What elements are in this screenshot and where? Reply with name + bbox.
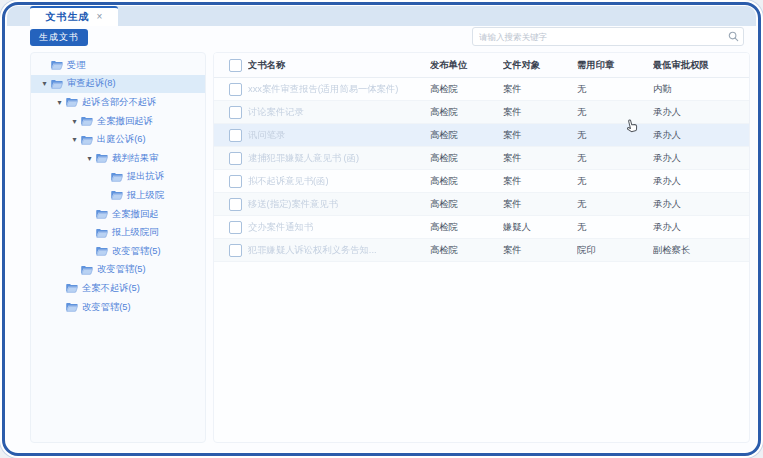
folder-icon <box>50 60 63 70</box>
cell-authority: 内勤 <box>653 83 749 96</box>
caret-down-icon[interactable]: ▾ <box>69 135 80 144</box>
cell-unit: 高检院 <box>430 129 503 142</box>
tree-item-label: 报上级院同 <box>112 226 158 239</box>
tab-bar: 文书生成 × <box>7 6 756 26</box>
tree-item[interactable]: ▾ 审查起诉(8) <box>31 75 205 94</box>
cell-authority: 承办人 <box>653 198 749 211</box>
app-window: 文书生成 × 生成文书 ▾ 受理 ▾ 审查起诉(8) ▾ <box>0 0 763 458</box>
row-checkbox[interactable] <box>229 106 242 119</box>
cell-seal: 无 <box>577 175 653 188</box>
col-header-seal: 需用印章 <box>577 59 653 72</box>
cell-seal: 院印 <box>577 244 653 257</box>
cell-document-name: 移送(指定)案件意见书 <box>248 198 430 211</box>
table-row[interactable]: 讯问笔录 高检院 案件 无 承办人 <box>214 124 749 147</box>
cell-seal: 无 <box>577 198 653 211</box>
cell-object: 案件 <box>503 83 577 96</box>
folder-icon <box>95 228 108 238</box>
cell-authority: 副检察长 <box>653 244 749 257</box>
tree-item[interactable]: ▾ 全案撤回起 <box>31 205 205 224</box>
tree-item[interactable]: ▾ 改变管辖(5) <box>31 242 205 261</box>
tree-item-label: 报上级院 <box>127 189 164 202</box>
row-checkbox[interactable] <box>229 175 242 188</box>
table-row[interactable]: 逮捕犯罪嫌疑人意见书 (函) 高检院 案件 无 承办人 <box>214 147 749 170</box>
folder-icon <box>110 172 123 182</box>
cell-unit: 高检院 <box>430 106 503 119</box>
col-header-name: 文书名称 <box>248 59 430 72</box>
tree-item[interactable]: ▾ 裁判结果审 <box>31 149 205 168</box>
select-all-checkbox[interactable] <box>229 59 242 72</box>
tree-item[interactable]: ▾ 全案撤回起诉 <box>31 112 205 131</box>
table-row[interactable]: 移送(指定)案件意见书 高检院 案件 无 承办人 <box>214 193 749 216</box>
table-header: 文书名称 发布单位 文件对象 需用印章 最低审批权限 <box>214 53 749 78</box>
folder-icon <box>65 283 78 293</box>
cell-object: 案件 <box>503 129 577 142</box>
cell-object: 案件 <box>503 198 577 211</box>
row-checkbox[interactable] <box>229 152 242 165</box>
folder-icon <box>110 190 123 200</box>
close-icon[interactable]: × <box>97 12 103 22</box>
generate-document-button[interactable]: 生成文书 <box>30 29 88 46</box>
table-row[interactable]: xxx案件审查报告(适用简易一体案件) 高检院 案件 无 内勤 <box>214 78 749 101</box>
table-row[interactable]: 交办案件通知书 高检院 嫌疑人 无 承办人 <box>214 216 749 239</box>
tree-item-label: 起诉含部分不起诉 <box>82 96 156 109</box>
cell-object: 案件 <box>503 244 577 257</box>
tree-item[interactable]: ▾ 报上级院 <box>31 186 205 205</box>
tree-item[interactable]: ▾ 提出抗诉 <box>31 168 205 187</box>
cell-authority: 承办人 <box>653 221 749 234</box>
tree-item[interactable]: ▾ 改变管辖(5) <box>31 261 205 280</box>
cell-seal: 无 <box>577 221 653 234</box>
caret-down-icon[interactable]: ▾ <box>54 98 65 107</box>
tree-item[interactable]: ▾ 报上级院同 <box>31 223 205 242</box>
table-panel: 文书名称 发布单位 文件对象 需用印章 最低审批权限 xxx案件审查报告(适用简… <box>213 52 750 443</box>
table-row[interactable]: 犯罪嫌疑人诉讼权利义务告知... 高检院 案件 院印 副检察长 <box>214 239 749 262</box>
folder-icon <box>65 302 78 312</box>
cell-document-name: 拟不起诉意见书(函) <box>248 175 430 188</box>
search-input[interactable] <box>473 32 726 42</box>
tree-item-label: 裁判结果审 <box>112 152 158 165</box>
cell-authority: 承办人 <box>653 106 749 119</box>
tree-item[interactable]: ▾ 受理 <box>31 56 205 75</box>
table-body: xxx案件审查报告(适用简易一体案件) 高检院 案件 无 内勤 讨论案件记录 高… <box>214 78 749 262</box>
table-row[interactable]: 拟不起诉意见书(函) 高检院 案件 无 承办人 <box>214 170 749 193</box>
tree-item[interactable]: ▾ 出庭公诉(6) <box>31 130 205 149</box>
caret-down-icon[interactable]: ▾ <box>39 79 50 88</box>
tree-item-label: 全案不起诉(5) <box>82 282 140 295</box>
row-checkbox[interactable] <box>229 198 242 211</box>
tree-item[interactable]: ▾ 起诉含部分不起诉 <box>31 93 205 112</box>
cell-unit: 高检院 <box>430 244 503 257</box>
cell-object: 案件 <box>503 152 577 165</box>
tree-item-label: 审查起诉(8) <box>67 77 116 90</box>
tree-item[interactable]: ▾ 改变管辖(5) <box>31 298 205 317</box>
cell-unit: 高检院 <box>430 221 503 234</box>
tree-item-label: 改变管辖(5) <box>97 263 146 276</box>
caret-down-icon[interactable]: ▾ <box>69 117 80 126</box>
cell-authority: 承办人 <box>653 175 749 188</box>
sidebar-tree: ▾ 受理 ▾ 审查起诉(8) ▾ 起诉含部分不起诉 ▾ <box>31 56 205 316</box>
search-icon[interactable] <box>726 31 740 42</box>
cell-document-name: xxx案件审查报告(适用简易一体案件) <box>248 83 430 96</box>
tree-item-label: 提出抗诉 <box>127 170 164 183</box>
row-checkbox[interactable] <box>229 129 242 142</box>
tab-title: 文书生成 <box>46 10 90 24</box>
cell-unit: 高检院 <box>430 83 503 96</box>
row-checkbox[interactable] <box>229 221 242 234</box>
cell-unit: 高检院 <box>430 175 503 188</box>
tree-item-label: 改变管辖(5) <box>112 245 161 258</box>
cell-seal: 无 <box>577 83 653 96</box>
cell-unit: 高检院 <box>430 152 503 165</box>
cell-seal: 无 <box>577 152 653 165</box>
col-header-unit: 发布单位 <box>430 59 503 72</box>
caret-down-icon[interactable]: ▾ <box>84 154 95 163</box>
tree-item[interactable]: ▾ 全案不起诉(5) <box>31 279 205 298</box>
sidebar: ▾ 受理 ▾ 审查起诉(8) ▾ 起诉含部分不起诉 ▾ <box>30 52 206 443</box>
table-row[interactable]: 讨论案件记录 高检院 案件 无 承办人 <box>214 101 749 124</box>
folder-icon <box>95 246 108 256</box>
folder-icon <box>65 97 78 107</box>
row-checkbox[interactable] <box>229 83 242 96</box>
col-header-authority: 最低审批权限 <box>653 59 749 72</box>
cell-document-name: 犯罪嫌疑人诉讼权利义务告知... <box>248 244 430 257</box>
cell-object: 案件 <box>503 175 577 188</box>
tab-document-generation[interactable]: 文书生成 × <box>30 6 118 26</box>
row-checkbox[interactable] <box>229 244 242 257</box>
cell-authority: 承办人 <box>653 152 749 165</box>
